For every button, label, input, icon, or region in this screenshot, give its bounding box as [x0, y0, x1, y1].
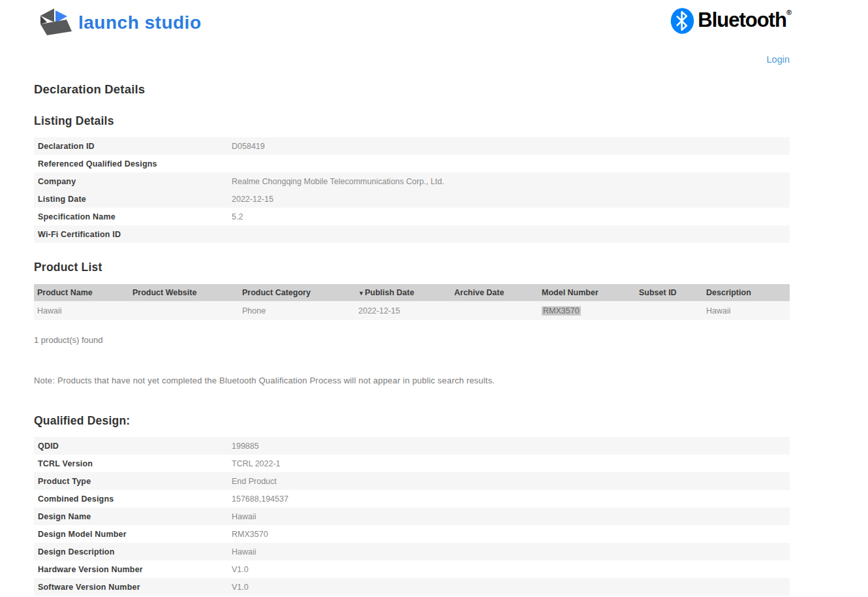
detail-row: Wi-Fi Certification ID — [34, 225, 790, 243]
product-list-header-row: Product NameProduct WebsiteProduct Categ… — [34, 284, 790, 301]
launch-studio-icon — [38, 7, 72, 39]
launch-studio-logo[interactable]: launch studio — [38, 7, 202, 39]
qualified-design-heading: Qualified Design: — [34, 414, 790, 428]
detail-label: TCRL Version — [34, 459, 232, 468]
detail-value: 5.2 — [232, 212, 243, 221]
page-title: Declaration Details — [34, 82, 790, 97]
detail-label: Product Type — [34, 477, 232, 486]
detail-value: 157688,194537 — [232, 494, 288, 504]
column-header-description[interactable]: Description — [703, 288, 790, 297]
bluetooth-logo: Bluetooth® — [670, 7, 791, 37]
listing-details-heading: Listing Details — [34, 114, 790, 128]
bluetooth-logo-text: Bluetooth® — [698, 8, 791, 33]
detail-row: Software Version Number V1.0 — [34, 578, 790, 596]
detail-row: Listing Date 2022-12-15 — [34, 190, 790, 208]
launch-studio-logo-text: launch studio — [78, 12, 202, 33]
product-cell: Phone — [239, 306, 355, 315]
registered-trademark: ® — [786, 8, 791, 16]
detail-value: Hawaii — [232, 547, 256, 557]
detail-value: V1.0 — [232, 583, 249, 592]
detail-row: Combined Designs 157688,194537 — [34, 490, 790, 508]
detail-value: Hawaii — [232, 512, 256, 521]
detail-row: Design Name Hawaii — [34, 508, 790, 525]
qualified-design-table: QDID 199885 TCRL Version TCRL 2022-1 Pro… — [34, 437, 790, 597]
detail-label: Referenced Qualified Designs — [34, 159, 232, 169]
detail-row: Design Model Number RMX3570 — [34, 525, 790, 543]
column-header-product-website[interactable]: Product Website — [129, 288, 239, 297]
detail-label: Specification Name — [34, 212, 232, 221]
detail-value: V1.0 — [232, 565, 249, 574]
product-cell: Hawaii — [703, 306, 790, 315]
detail-value: 2022-12-15 — [232, 195, 273, 204]
detail-row: Referenced Qualified Designs — [34, 155, 790, 172]
product-cell: 2022-12-15 — [355, 306, 451, 315]
detail-row: Declaration ID D058419 — [34, 137, 790, 155]
column-header-archive-date[interactable]: Archive Date — [451, 288, 538, 297]
product-row: HawaiiPhone2022-12-15RMX3570Hawaii — [34, 301, 790, 320]
detail-value: TCRL 2022-1 — [232, 459, 281, 468]
detail-value: Realme Chongqing Mobile Telecommunicatio… — [232, 177, 444, 186]
main-content: Declaration Details Listing Details Decl… — [34, 82, 790, 597]
login-row: Login — [0, 54, 790, 65]
products-found-text: 1 product(s) found — [34, 335, 790, 345]
bluetooth-icon — [670, 8, 694, 37]
detail-row: QDID 199885 — [34, 437, 790, 455]
detail-value: RMX3570 — [232, 530, 268, 539]
product-list-heading: Product List — [34, 261, 790, 274]
detail-value: End Product — [232, 477, 277, 486]
selected-text: RMX3570 — [542, 306, 581, 315]
detail-label: Design Name — [34, 512, 232, 521]
detail-value: 199885 — [232, 442, 259, 451]
detail-label: QDID — [34, 442, 232, 451]
column-header-subset-id[interactable]: Subset ID — [636, 288, 703, 297]
detail-label: Company — [34, 177, 232, 186]
detail-label: Listing Date — [34, 195, 232, 204]
listing-details-table: Declaration ID D058419 Referenced Qualif… — [34, 137, 790, 243]
product-cell: RMX3570 — [538, 306, 636, 315]
detail-row: Company Realme Chongqing Mobile Telecomm… — [34, 172, 790, 190]
detail-value: D058419 — [232, 142, 265, 151]
detail-row: Design Description Hawaii — [34, 543, 790, 560]
product-list-body: HawaiiPhone2022-12-15RMX3570Hawaii — [34, 301, 790, 320]
column-header-model-number[interactable]: Model Number — [538, 288, 636, 297]
detail-label: Wi-Fi Certification ID — [34, 230, 232, 239]
product-cell: Hawaii — [34, 306, 129, 315]
note-text: Note: Products that have not yet complet… — [34, 376, 790, 385]
detail-label: Design Description — [34, 547, 232, 557]
detail-row: Specification Name 5.2 — [34, 208, 790, 225]
column-header-publish-date[interactable]: ▼Publish Date — [355, 288, 451, 297]
detail-row: Hardware Version Number V1.0 — [34, 560, 790, 578]
detail-label: Software Version Number — [34, 583, 232, 592]
login-link[interactable]: Login — [767, 54, 790, 65]
detail-label: Hardware Version Number — [34, 565, 232, 574]
column-header-product-category[interactable]: Product Category — [239, 288, 355, 297]
detail-label: Design Model Number — [34, 530, 232, 539]
page-header: launch studio Bluetooth® — [0, 0, 868, 39]
column-header-product-name[interactable]: Product Name — [34, 288, 129, 297]
product-list-table: Product NameProduct WebsiteProduct Categ… — [34, 284, 790, 320]
sort-descending-icon: ▼ — [358, 290, 364, 297]
detail-label: Combined Designs — [34, 494, 232, 504]
detail-label: Declaration ID — [34, 142, 232, 151]
detail-row: Product Type End Product — [34, 472, 790, 490]
detail-row: TCRL Version TCRL 2022-1 — [34, 455, 790, 472]
